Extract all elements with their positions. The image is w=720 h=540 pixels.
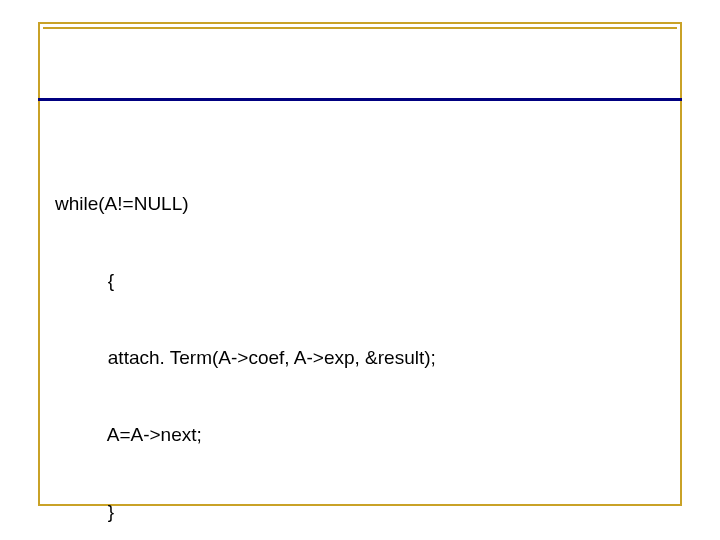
frame-inner-top-line [43, 27, 677, 29]
code-line: attach. Term(A->coef, A->exp, &result); [55, 345, 665, 371]
title-underline [38, 98, 682, 101]
code-line: A=A->next; [55, 422, 665, 448]
code-line: { [55, 268, 665, 294]
code-block: while(A!=NULL) { attach. Term(A->coef, A… [55, 140, 665, 540]
code-line: while(A!=NULL) [55, 191, 665, 217]
slide: while(A!=NULL) { attach. Term(A->coef, A… [0, 0, 720, 540]
code-line: } [55, 499, 665, 525]
